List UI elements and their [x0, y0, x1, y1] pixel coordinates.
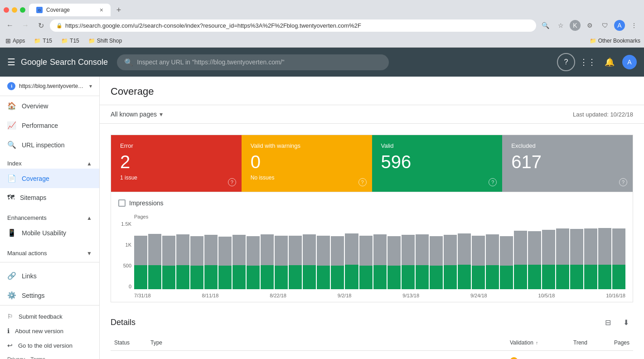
bar-gray: [345, 233, 358, 265]
profile-icon[interactable]: K: [570, 20, 581, 31]
warning-card-help-icon[interactable]: ?: [358, 178, 367, 186]
new-tab-button[interactable]: +: [112, 4, 125, 16]
download-button[interactable]: ⬇: [619, 315, 633, 330]
error-card-help-icon[interactable]: ?: [228, 178, 236, 186]
notifications-button[interactable]: 🔔: [600, 53, 619, 71]
chart-bar-group: [148, 221, 161, 289]
old-version-button[interactable]: ↩ Go to the old version: [0, 338, 99, 353]
sidebar-divider: [0, 262, 99, 262]
bar-green: [528, 265, 541, 289]
impressions-toggle[interactable]: Impressions: [118, 199, 625, 207]
about-new-version-button[interactable]: ℹ About new version: [0, 324, 99, 338]
terms-link[interactable]: Terms: [30, 356, 45, 359]
submit-feedback-button[interactable]: ⚐ Submit feedback: [0, 309, 99, 324]
chart-container: Pages 1.5K 1K 500 0: [118, 214, 625, 298]
sidebar-nav: 🏠 Overview 📈 Performance 🔍 URL inspectio…: [0, 96, 99, 305]
active-tab[interactable]: G Coverage ×: [29, 4, 111, 16]
sidebar-item-coverage[interactable]: 📄 Coverage: [0, 169, 99, 188]
extensions-icon[interactable]: ⚙: [583, 19, 596, 32]
bar-green: [359, 266, 373, 289]
warning-status-card[interactable]: Valid with warnings 0 No issues ?: [242, 135, 372, 192]
coverage-icon: 📄: [7, 174, 16, 183]
filter-select[interactable]: All known pages ▾: [111, 111, 163, 118]
account-icon[interactable]: A: [614, 20, 625, 31]
excluded-card-help-icon[interactable]: ?: [619, 178, 627, 186]
sidebar-item-overview[interactable]: 🏠 Overview: [0, 96, 99, 116]
impressions-checkbox[interactable]: [118, 199, 126, 207]
search-bar[interactable]: 🔍: [117, 54, 389, 70]
close-window-button[interactable]: [4, 7, 9, 13]
apps-grid-icon: ⋮⋮: [580, 57, 596, 67]
forward-button[interactable]: →: [19, 19, 32, 32]
chart-bar-group: [261, 221, 274, 289]
manual-actions-section-header[interactable]: Manual actions ▼: [0, 244, 99, 258]
y-tick-3: 500: [118, 263, 131, 268]
menu-icon[interactable]: ⋮: [628, 19, 640, 32]
bookmarks-bar: ⊞ Apps 📁 T15 📁 T15 📁 Shift Shop 📁 Other …: [0, 34, 644, 48]
apps-bookmark[interactable]: ⊞ Apps: [4, 36, 27, 45]
manual-actions-section-label: Manual actions: [7, 250, 47, 257]
bar-gray: [275, 236, 288, 266]
sidebar-toggle-button[interactable]: ☰: [7, 57, 15, 68]
valid-card-help-icon[interactable]: ?: [489, 178, 497, 186]
valid-status-card[interactable]: Valid 596 ?: [372, 135, 503, 192]
manual-actions-collapse-icon: ▼: [87, 250, 92, 257]
close-tab-button[interactable]: ×: [100, 6, 103, 14]
bar-green: [472, 266, 485, 289]
filter-button[interactable]: ⊟: [600, 315, 615, 330]
sidebar-item-links[interactable]: 🔗 Links: [0, 266, 99, 286]
page-header: Coverage: [100, 77, 644, 105]
sort-icon: ↑: [536, 340, 538, 345]
sitemaps-icon: 🗺: [7, 194, 15, 202]
maximize-window-button[interactable]: [20, 7, 25, 13]
sidebar-item-mobile-usability[interactable]: 📱 Mobile Usability: [0, 223, 99, 243]
chart-bar-group: [373, 221, 387, 289]
shift-shop-bookmark[interactable]: 📁 Shift Shop: [87, 37, 124, 45]
sidebar-item-url-inspection[interactable]: 🔍 URL inspection: [0, 135, 99, 155]
bar-green: [162, 266, 175, 289]
daily-burn-bookmark[interactable]: 📁 T15: [59, 37, 81, 45]
header-actions: ? ⋮⋮ 🔔 A: [557, 53, 637, 71]
star-icon[interactable]: ☆: [554, 19, 567, 32]
url-bar[interactable]: 🔒 https://search.google.com/u/2/search-c…: [50, 19, 536, 32]
bar-gray: [570, 229, 583, 265]
property-selector[interactable]: ℹ https://blog.twentyoverten.co... ▾: [0, 77, 99, 96]
excluded-status-card[interactable]: Excluded 617 ?: [502, 135, 633, 192]
sidebar-bottom: ⚐ Submit feedback ℹ About new version ↩ …: [0, 305, 99, 359]
sidebar-item-settings[interactable]: ⚙️ Settings: [0, 286, 99, 305]
t25-bookmark[interactable]: 📁 T15: [32, 37, 54, 45]
reload-button[interactable]: ↻: [34, 19, 47, 32]
chart-content: 1.5K 1K 500 0: [118, 221, 625, 289]
help-button[interactable]: ?: [557, 53, 575, 71]
col-type: Type: [147, 335, 506, 351]
chart-bar-group: [317, 221, 330, 289]
enhancements-section-header[interactable]: Enhancements ▲: [0, 209, 99, 223]
sidebar-coverage-label: Coverage: [22, 175, 49, 182]
search-icon[interactable]: 🔍: [539, 19, 552, 32]
avatar[interactable]: A: [622, 55, 637, 69]
url-text: https://search.google.com/u/2/search-con…: [65, 22, 530, 29]
shield-icon[interactable]: 🛡: [599, 19, 611, 32]
sidebar-item-sitemaps[interactable]: 🗺 Sitemaps: [0, 188, 99, 207]
other-bookmarks[interactable]: 📁 Other Bookmarks: [590, 38, 640, 44]
bar-green: [275, 266, 288, 289]
chart-bar-group: [444, 221, 457, 289]
index-section-header[interactable]: Index ▲: [0, 155, 99, 169]
x-label-4: 9/13/18: [402, 293, 419, 298]
error-status-card[interactable]: Error 2 1 issue ?: [111, 135, 242, 192]
privacy-link[interactable]: Privacy: [7, 356, 25, 359]
sidebar-item-performance[interactable]: 📈 Performance: [0, 116, 99, 135]
search-input[interactable]: [137, 58, 382, 66]
app-header: ☰ Google Search Console 🔍 ? ⋮⋮ 🔔 A: [0, 48, 644, 77]
performance-icon: 📈: [7, 121, 16, 130]
apps-button[interactable]: ⋮⋮: [579, 53, 597, 71]
minimize-window-button[interactable]: [12, 7, 17, 13]
chart-bar-group: [134, 221, 147, 289]
chart-bar-group: [556, 221, 569, 289]
back-button[interactable]: ←: [4, 19, 16, 32]
col-validation[interactable]: Validation ↑: [506, 335, 570, 351]
chart-bar-group: [430, 221, 443, 289]
bar-gray: [612, 228, 625, 265]
table-row[interactable]: Error Submitted URL seems to be a Soft 4…: [111, 351, 633, 359]
app-container: ☰ Google Search Console 🔍 ? ⋮⋮ 🔔 A: [0, 48, 644, 359]
